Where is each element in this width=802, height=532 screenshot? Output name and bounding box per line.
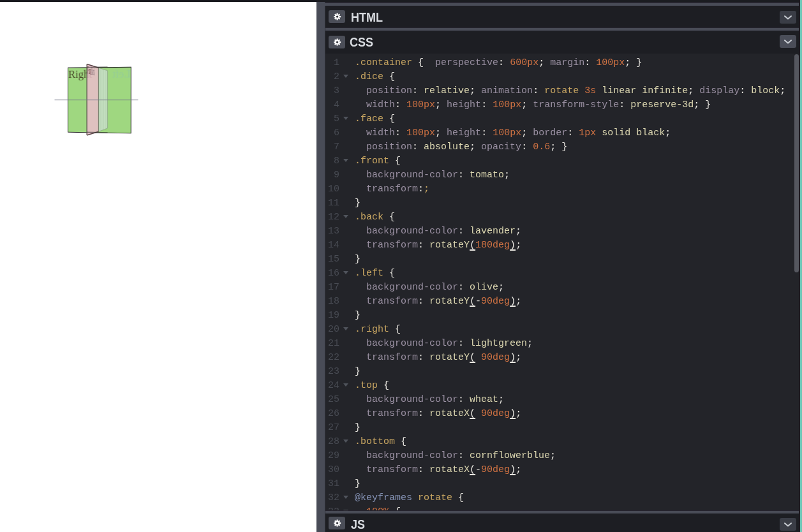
svg-text:Front: Front <box>87 64 91 77</box>
svg-text:Back: Back <box>91 64 94 78</box>
